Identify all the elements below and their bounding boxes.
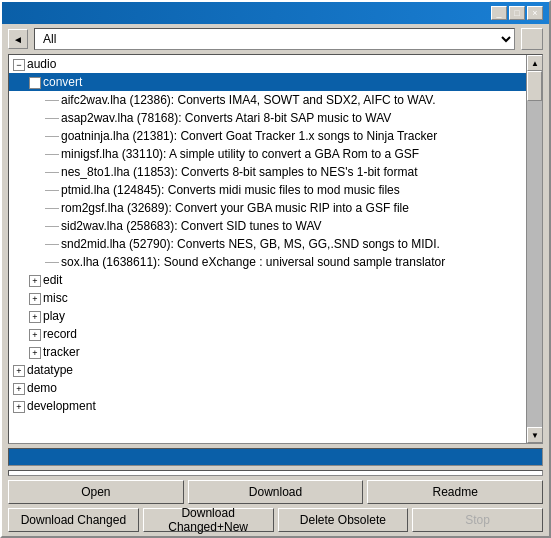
tree-item-label: aifc2wav.lha (12386): Converts IMA4, SOW… bbox=[61, 93, 436, 107]
toolbar: ◄ All bbox=[2, 24, 549, 54]
tree-item-label: minigsf.lha (33110): A simple utility to… bbox=[61, 147, 419, 161]
tree-item-edit[interactable]: +edit bbox=[9, 271, 526, 289]
tree-item-snd2mid[interactable]: snd2mid.lha (52790): Converts NES, GB, M… bbox=[9, 235, 526, 253]
readme-button[interactable]: Readme bbox=[367, 480, 543, 504]
tree-item-datatype[interactable]: +datatype bbox=[9, 361, 526, 379]
title-bar: _ □ × bbox=[2, 2, 549, 24]
tree-item-tracker[interactable]: +tracker bbox=[9, 343, 526, 361]
file-tree[interactable]: −audio−convertaifc2wav.lha (12386): Conv… bbox=[8, 54, 543, 444]
tree-item-nes_8to1[interactable]: nes_8to1.lha (11853): Converts 8-bit sam… bbox=[9, 163, 526, 181]
tree-item-aifc2wav[interactable]: aifc2wav.lha (12386): Converts IMA4, SOW… bbox=[9, 91, 526, 109]
minimize-button[interactable]: _ bbox=[491, 6, 507, 20]
scroll-down-button[interactable]: ▼ bbox=[527, 427, 543, 443]
tree-item-development[interactable]: +development bbox=[9, 397, 526, 415]
expander-icon[interactable]: + bbox=[13, 365, 25, 377]
tree-item-label: sid2wav.lha (258683): Convert SID tunes … bbox=[61, 219, 322, 233]
tree-item-label: record bbox=[43, 327, 77, 341]
tree-item-play[interactable]: +play bbox=[9, 307, 526, 325]
tree-item-audio[interactable]: −audio bbox=[9, 55, 526, 73]
status-bar bbox=[8, 470, 543, 476]
tree-item-label: convert bbox=[43, 75, 82, 89]
tree-item-label: datatype bbox=[27, 363, 73, 377]
expander-icon[interactable]: + bbox=[13, 401, 25, 413]
tree-item-rom2gsf[interactable]: rom2gsf.lha (32689): Convert your GBA mu… bbox=[9, 199, 526, 217]
tree-item-sid2wav[interactable]: sid2wav.lha (258683): Convert SID tunes … bbox=[9, 217, 526, 235]
tree-item-label: tracker bbox=[43, 345, 80, 359]
expander-icon[interactable]: − bbox=[13, 59, 25, 71]
tree-item-record[interactable]: +record bbox=[9, 325, 526, 343]
back-icon[interactable]: ◄ bbox=[8, 29, 28, 49]
scroll-track bbox=[527, 71, 542, 427]
scroll-up-button[interactable]: ▲ bbox=[527, 55, 543, 71]
scrollbar[interactable]: ▲ ▼ bbox=[526, 55, 542, 443]
maximize-button[interactable]: □ bbox=[509, 6, 525, 20]
tree-item-label: snd2mid.lha (52790): Converts NES, GB, M… bbox=[61, 237, 440, 251]
title-bar-buttons: _ □ × bbox=[491, 6, 543, 20]
tree-item-label: edit bbox=[43, 273, 62, 287]
tree-item-goatninja[interactable]: goatninja.lha (21381): Convert Goat Trac… bbox=[9, 127, 526, 145]
stop-button[interactable]: Stop bbox=[412, 508, 543, 532]
expander-icon[interactable]: + bbox=[29, 329, 41, 341]
tree-item-label: rom2gsf.lha (32689): Convert your GBA mu… bbox=[61, 201, 409, 215]
tree-item-label: development bbox=[27, 399, 96, 413]
tree-item-ptmid[interactable]: ptmid.lha (124845): Converts midi music … bbox=[9, 181, 526, 199]
tree-item-asap2wav[interactable]: asap2wav.lha (78168): Converts Atari 8-b… bbox=[9, 109, 526, 127]
open-button[interactable]: Open bbox=[8, 480, 184, 504]
button-row-1: Open Download Readme bbox=[8, 480, 543, 504]
tree-item-sox[interactable]: sox.lha (1638611): Sound eXchange : univ… bbox=[9, 253, 526, 271]
delete-obsolete-button[interactable]: Delete Obsolete bbox=[278, 508, 409, 532]
tree-item-label: goatninja.lha (21381): Convert Goat Trac… bbox=[61, 129, 437, 143]
tree-item-label: asap2wav.lha (78168): Converts Atari 8-b… bbox=[61, 111, 391, 125]
expander-icon[interactable]: − bbox=[29, 77, 41, 89]
expander-icon[interactable]: + bbox=[13, 383, 25, 395]
expander-icon[interactable]: + bbox=[29, 311, 41, 323]
tree-item-minigsf[interactable]: minigsf.lha (33110): A simple utility to… bbox=[9, 145, 526, 163]
tree-item-demo[interactable]: +demo bbox=[9, 379, 526, 397]
tree-item-label: audio bbox=[27, 57, 56, 71]
download-changed-button[interactable]: Download Changed bbox=[8, 508, 139, 532]
prefs-button[interactable] bbox=[521, 28, 543, 50]
expander-icon[interactable]: + bbox=[29, 347, 41, 359]
expander-icon[interactable]: + bbox=[29, 293, 41, 305]
scroll-thumb[interactable] bbox=[527, 71, 542, 101]
main-window: _ □ × ◄ All −audio−convertaifc2wav.lha (… bbox=[0, 0, 551, 538]
download-button[interactable]: Download bbox=[188, 480, 364, 504]
expander-icon[interactable]: + bbox=[29, 275, 41, 287]
tree-item-label: ptmid.lha (124845): Converts midi music … bbox=[61, 183, 400, 197]
tree-item-misc[interactable]: +misc bbox=[9, 289, 526, 307]
category-select[interactable]: All bbox=[34, 28, 515, 50]
download-changed-new-button[interactable]: Download Changed+New bbox=[143, 508, 274, 532]
tree-item-convert[interactable]: −convert bbox=[9, 73, 526, 91]
progress-bar bbox=[8, 448, 543, 466]
progress-label bbox=[9, 449, 542, 465]
tree-item-label: nes_8to1.lha (11853): Converts 8-bit sam… bbox=[61, 165, 417, 179]
tree-item-label: sox.lha (1638611): Sound eXchange : univ… bbox=[61, 255, 445, 269]
tree-item-label: demo bbox=[27, 381, 57, 395]
button-row-2: Download Changed Download Changed+New De… bbox=[8, 508, 543, 532]
tree-item-label: play bbox=[43, 309, 65, 323]
close-button[interactable]: × bbox=[527, 6, 543, 20]
tree-item-label: misc bbox=[43, 291, 68, 305]
